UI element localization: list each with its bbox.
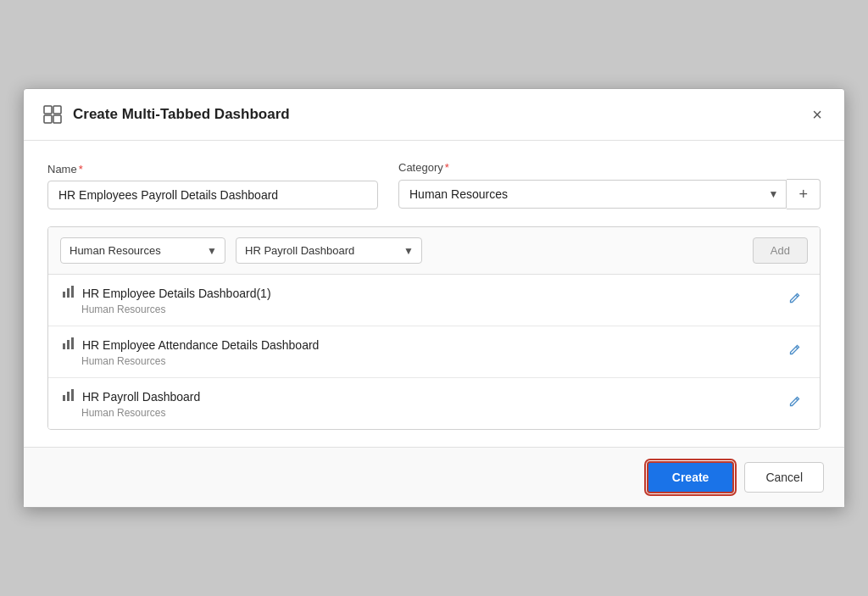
item-name-row-2: HR Employee Attendance Details Dashboard <box>62 337 774 353</box>
svg-rect-2 <box>44 115 52 123</box>
svg-rect-1 <box>53 106 61 114</box>
create-button[interactable]: Create <box>647 461 735 493</box>
svg-rect-10 <box>63 395 65 401</box>
edit-button-1[interactable] <box>782 290 806 310</box>
add-dashboard-button[interactable]: Add <box>753 237 808 264</box>
category-filter-wrapper: Human Resources ▼ <box>60 237 225 264</box>
svg-rect-3 <box>53 115 61 123</box>
modal-overlay: Create Multi-Tabbed Dashboard × Name* Ca… <box>0 0 868 596</box>
edit-button-3[interactable] <box>782 393 806 414</box>
dashboard-icon <box>41 103 64 126</box>
edit-button-2[interactable] <box>782 342 806 362</box>
item-name-1: HR Employee Details Dashboard(1) <box>82 287 271 300</box>
svg-rect-12 <box>71 389 74 401</box>
dashboard-section: Human Resources ▼ HR Payroll Dashboard ▼… <box>47 226 821 430</box>
modal-title: Create Multi-Tabbed Dashboard <box>73 106 798 123</box>
bar-chart-icon-3 <box>62 388 75 404</box>
table-row: HR Payroll Dashboard Human Resources <box>48 378 820 429</box>
name-input[interactable] <box>47 181 378 209</box>
category-row: Human Resources ▼ + <box>398 179 821 209</box>
dashboard-list: HR Employee Details Dashboard(1) Human R… <box>48 275 820 429</box>
dashboard-filter-wrapper: HR Payroll Dashboard ▼ <box>236 237 422 264</box>
item-info-3: HR Payroll Dashboard Human Resources <box>62 388 774 419</box>
modal-dialog: Create Multi-Tabbed Dashboard × Name* Ca… <box>23 88 845 508</box>
modal-body: Name* Category* Human Resources ▼ <box>24 141 844 447</box>
item-name-row-1: HR Employee Details Dashboard(1) <box>62 285 774 301</box>
add-plus-button[interactable]: + <box>787 179 821 209</box>
item-category-2: Human Resources <box>62 355 774 367</box>
cancel-button[interactable]: Cancel <box>744 462 824 493</box>
svg-rect-11 <box>67 392 70 401</box>
svg-rect-4 <box>63 292 65 298</box>
svg-rect-5 <box>67 288 70 298</box>
svg-rect-9 <box>71 337 74 349</box>
category-group: Category* Human Resources ▼ + <box>398 161 821 209</box>
bar-chart-icon-2 <box>62 337 75 353</box>
form-row: Name* Category* Human Resources ▼ <box>47 161 821 209</box>
svg-rect-7 <box>63 343 65 349</box>
category-select[interactable]: Human Resources <box>398 180 787 209</box>
category-label: Category* <box>398 161 821 174</box>
item-name-2: HR Employee Attendance Details Dashboard <box>82 338 319 352</box>
bar-chart-icon-1 <box>62 285 75 301</box>
table-row: HR Employee Attendance Details Dashboard… <box>48 326 820 378</box>
table-row: HR Employee Details Dashboard(1) Human R… <box>48 275 820 326</box>
close-button[interactable]: × <box>807 104 827 125</box>
category-required: * <box>445 161 449 174</box>
dashboard-filter-select[interactable]: HR Payroll Dashboard <box>236 237 422 264</box>
name-required: * <box>79 163 83 175</box>
item-name-3: HR Payroll Dashboard <box>82 390 200 404</box>
item-name-row-3: HR Payroll Dashboard <box>62 388 774 404</box>
svg-rect-8 <box>67 340 70 349</box>
dashboard-filter-row: Human Resources ▼ HR Payroll Dashboard ▼… <box>48 227 820 275</box>
item-info-2: HR Employee Attendance Details Dashboard… <box>62 337 774 367</box>
item-category-3: Human Resources <box>62 407 774 419</box>
modal-footer: Create Cancel <box>24 447 844 507</box>
item-category-1: Human Resources <box>62 304 774 315</box>
name-label: Name* <box>47 163 378 175</box>
svg-rect-6 <box>71 286 74 298</box>
name-group: Name* <box>47 163 378 209</box>
modal-header: Create Multi-Tabbed Dashboard × <box>24 89 844 141</box>
category-select-wrapper: Human Resources ▼ <box>398 180 787 209</box>
item-info-1: HR Employee Details Dashboard(1) Human R… <box>62 285 774 315</box>
svg-rect-0 <box>44 106 52 114</box>
category-filter-select[interactable]: Human Resources <box>60 237 225 264</box>
